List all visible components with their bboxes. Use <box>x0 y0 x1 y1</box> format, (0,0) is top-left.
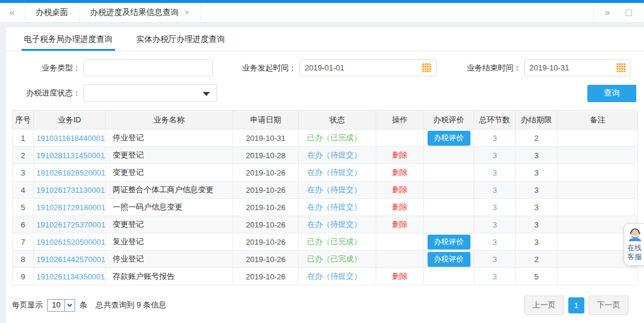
delete-link[interactable]: 删除 <box>392 150 408 159</box>
table-body: 11910311618440001停业登记2019-10-31已办（已完成）办税… <box>13 130 638 285</box>
delete-link[interactable]: 删除 <box>392 168 408 177</box>
collapse-tabs-icon[interactable]: « <box>0 3 25 22</box>
tabbar-right-controls: » <box>593 3 644 22</box>
current-page-button[interactable]: 1 <box>568 297 584 313</box>
status-text: 在办（待提交） <box>307 185 361 194</box>
business-id-link[interactable]: 1910261828520001 <box>36 168 106 177</box>
online-service-widget[interactable]: 在线 客服 <box>624 223 644 266</box>
column-header: 序号 <box>13 110 34 130</box>
table-row: 81910261442570001停业登记2019-10-26已办（已完成）办税… <box>13 251 638 268</box>
column-header: 办结期限 <box>516 110 558 130</box>
total-links-value[interactable]: 3 <box>493 134 497 143</box>
status-text: 已办（已完成） <box>307 133 361 142</box>
start-date-input[interactable]: 2019-01-01 <box>299 59 436 76</box>
customer-service-avatar-icon <box>627 227 643 241</box>
total-links-value[interactable]: 3 <box>493 255 497 264</box>
per-page-suffix: 条 <box>79 300 87 310</box>
progress-status-label: 办税进度状态： <box>12 88 80 99</box>
progress-status-select[interactable] <box>83 84 217 102</box>
column-header: 操作 <box>376 110 424 130</box>
total-links-value[interactable]: 3 <box>493 272 497 281</box>
column-header: 总环节数 <box>474 110 516 130</box>
tab-progress-query[interactable]: 办税进度及结果信息查询 × <box>79 3 201 22</box>
results-table-wrap: 序号业务ID业务名称申请日期状态操作办税评价总环节数办结期限备注 1191031… <box>12 110 638 285</box>
evaluate-button[interactable]: 办税评价 <box>428 235 470 250</box>
total-links-value[interactable]: 3 <box>493 168 497 177</box>
table-header-row: 序号业务ID业务名称申请日期状态操作办税评价总环节数办结期限备注 <box>13 110 638 130</box>
column-header: 办税评价 <box>424 110 474 130</box>
start-date-value: 2019-01-01 <box>305 63 422 72</box>
tab-label: 办税进度及结果信息查询 <box>90 7 179 18</box>
query-button[interactable]: 查询 <box>587 85 636 102</box>
expand-tabs-icon[interactable]: » <box>594 7 621 18</box>
business-id-link[interactable]: 1910261134350001 <box>36 272 105 281</box>
total-links-value[interactable]: 3 <box>493 151 497 160</box>
total-links-value[interactable]: 3 <box>493 203 497 212</box>
evaluate-button[interactable]: 办税评价 <box>428 252 470 267</box>
window-restore-icon[interactable] <box>626 10 632 16</box>
start-time-label: 业务发起时间： <box>230 63 296 73</box>
total-links-value[interactable]: 3 <box>493 238 497 247</box>
tab-tax-desktop[interactable]: 办税桌面 <box>25 3 79 22</box>
subtab-etax-progress[interactable]: 电子税务局办理进度查询 <box>24 27 113 51</box>
status-text: 在办（待提交） <box>307 272 361 281</box>
column-header: 申请日期 <box>233 110 299 130</box>
total-count-text: 总共查询到 9 条信息 <box>95 300 166 310</box>
chevron-down-icon <box>64 300 75 311</box>
pager: 上一页 1 下一页 <box>524 296 628 315</box>
business-type-input[interactable] <box>83 59 213 76</box>
prev-page-button[interactable]: 上一页 <box>524 296 564 315</box>
status-text: 已办（已完成） <box>307 237 361 246</box>
table-row: 51910261729180001一照一码户信息变更2019-10-26在办（待… <box>13 199 638 216</box>
end-date-value: 2019-10-31 <box>530 63 617 72</box>
business-id-link[interactable]: 1910261725370001 <box>36 220 106 229</box>
business-id-link[interactable]: 1910261520500001 <box>36 238 106 247</box>
business-id-link[interactable]: 1910261442570001 <box>36 255 106 264</box>
results-table: 序号业务ID业务名称申请日期状态操作办税评价总环节数办结期限备注 1191031… <box>12 110 638 285</box>
filter-row-2: 办税进度状态： 查询 <box>12 84 638 102</box>
evaluate-button[interactable]: 办税评价 <box>428 131 470 146</box>
status-text: 在办（待提交） <box>307 202 361 211</box>
status-text: 在办（待提交） <box>307 150 361 159</box>
next-page-button[interactable]: 下一页 <box>589 296 628 315</box>
total-links-value[interactable]: 3 <box>493 220 497 229</box>
filter-form: 业务类型： 业务发起时间： 2019-01-01 业务结束时间： 2019-10… <box>6 51 644 102</box>
calendar-icon[interactable] <box>617 63 626 72</box>
table-row: 31910261828520001变更登记2019-10-26在办（待提交）删除… <box>13 164 638 182</box>
table-row: 21910281131450001变更登记2019-10-28在办（待提交）删除… <box>13 147 638 164</box>
chevron-down-icon <box>203 92 210 96</box>
column-header: 状态 <box>299 110 376 130</box>
close-icon[interactable]: × <box>185 8 190 17</box>
calendar-icon[interactable] <box>422 63 431 72</box>
total-links-value[interactable]: 3 <box>493 186 497 195</box>
status-text: 在办（待提交） <box>307 168 361 177</box>
service-text-line1: 在线 <box>627 244 644 253</box>
end-time-label: 业务结束时间： <box>454 63 521 73</box>
business-id-link[interactable]: 1910311618440001 <box>36 134 105 143</box>
delete-link[interactable]: 删除 <box>392 272 408 281</box>
main-panel: 电子税务局办理进度查询 实体办税厅办理进度查询 业务类型： 业务发起时间： 20… <box>6 27 644 323</box>
service-text-line2: 客服 <box>627 253 644 262</box>
per-page-prefix: 每页显示 <box>12 300 43 310</box>
column-header: 备注 <box>558 110 638 130</box>
business-type-label: 业务类型： <box>12 63 80 73</box>
delete-link[interactable]: 删除 <box>392 220 408 229</box>
business-id-link[interactable]: 1910261729180001 <box>36 203 106 212</box>
window-tab-bar: « 办税桌面 办税进度及结果信息查询 × » <box>0 3 644 23</box>
table-row: 91910261134350001存款账户账号报告2019-10-26在办（待提… <box>13 268 638 285</box>
query-subtabs: 电子税务局办理进度查询 实体办税厅办理进度查询 <box>6 27 644 51</box>
end-date-input[interactable]: 2019-10-31 <box>524 59 631 76</box>
table-row: 61910261725370001变更登记2019-10-26在办（待提交）删除… <box>13 216 638 233</box>
table-row: 71910261520500001复业登记2019-10-26已办（已完成）办税… <box>13 233 638 251</box>
per-page-value: 10 <box>48 300 64 311</box>
tab-label: 办税桌面 <box>36 7 68 18</box>
business-id-link[interactable]: 1910281131450001 <box>36 151 105 160</box>
column-header: 业务名称 <box>106 110 233 130</box>
per-page-select[interactable]: 10 <box>47 299 75 312</box>
table-row: 11910311618440001停业登记2019-10-31已办（已完成）办税… <box>13 130 638 147</box>
subtab-hall-progress[interactable]: 实体办税厅办理进度查询 <box>137 27 225 51</box>
status-text: 已办（已完成） <box>307 254 361 263</box>
business-id-link[interactable]: 1910261731130001 <box>36 186 105 195</box>
delete-link[interactable]: 删除 <box>392 185 408 194</box>
delete-link[interactable]: 删除 <box>392 202 408 211</box>
